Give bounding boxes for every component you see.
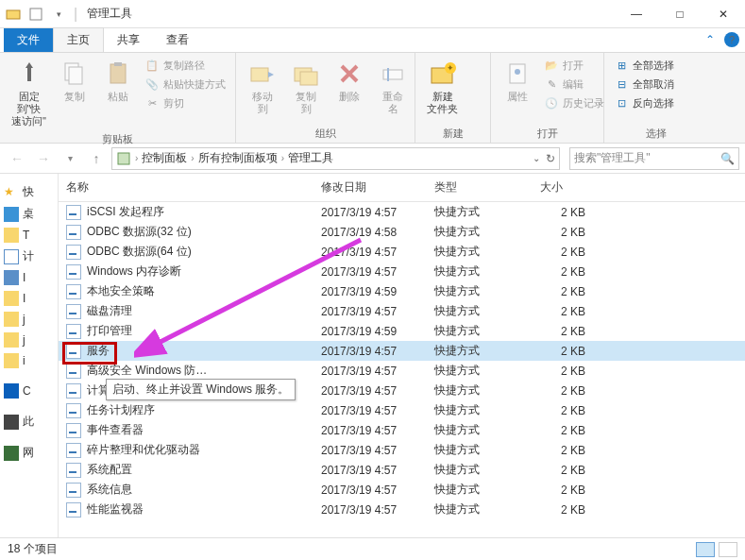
file-size: 2 KB	[533, 365, 608, 378]
up-button[interactable]: ↑	[85, 147, 108, 170]
file-list[interactable]: 名称 修改日期 类型 大小 iSCSI 发起程序2017/3/19 4:57快捷…	[59, 174, 745, 537]
pin-button[interactable]: 固定到"快 速访问"	[8, 57, 50, 130]
column-headers[interactable]: 名称 修改日期 类型 大小	[59, 174, 745, 202]
file-date: 2017/3/19 4:57	[313, 305, 427, 318]
file-date: 2017/3/19 4:57	[313, 265, 427, 279]
table-row[interactable]: iSCSI 发起程序2017/3/19 4:57快捷方式2 KB	[59, 202, 745, 222]
newfolder-button[interactable]: ✦ 新建 文件夹	[423, 57, 462, 117]
file-date: 2017/3/19 4:59	[313, 325, 427, 338]
nav-onedrive[interactable]: C	[0, 381, 58, 401]
file-date: 2017/3/19 4:57	[313, 246, 427, 259]
col-name[interactable]: 名称	[59, 174, 313, 201]
breadcrumb[interactable]: › 控制面板 › 所有控制面板项 › 管理工具 ⌄ ↻	[111, 147, 560, 170]
table-row[interactable]: ODBC 数据源(32 位)2017/3/19 4:58快捷方式2 KB	[59, 222, 745, 242]
back-button[interactable]: ←	[6, 147, 28, 170]
nav-music[interactable]: I	[0, 288, 58, 309]
nav-documents[interactable]: 计	[0, 246, 58, 267]
nav-quick-access[interactable]: ★快	[0, 181, 58, 203]
copypath-button[interactable]: 📋复制路径	[143, 57, 228, 74]
nav-this-pc[interactable]: 此	[0, 411, 58, 433]
file-name: 事件查看器	[87, 422, 144, 438]
cut-button[interactable]: ✂剪切	[143, 94, 228, 111]
svg-rect-1	[30, 8, 42, 20]
nav-downloads[interactable]: I	[0, 267, 58, 288]
tab-view[interactable]: 查看	[153, 28, 202, 52]
history-button[interactable]: 🕓历史记录	[542, 94, 606, 111]
recent-dropdown[interactable]: ▾	[59, 147, 81, 170]
forward-button[interactable]: →	[32, 147, 55, 170]
table-row[interactable]: 系统配置2017/3/19 4:57快捷方式2 KB	[59, 460, 745, 480]
properties-button[interactable]: 属性	[499, 57, 536, 105]
selectnone-button[interactable]: ⊟全部取消	[612, 76, 676, 93]
qat-dropdown-icon[interactable]: ▾	[51, 7, 66, 22]
col-size[interactable]: 大小	[533, 174, 608, 201]
table-row[interactable]: 打印管理2017/3/19 4:59快捷方式2 KB	[59, 321, 745, 341]
table-row[interactable]: Windows 内存诊断2017/3/19 4:57快捷方式2 KB	[59, 262, 745, 281]
nav-bar: ← → ▾ ↑ › 控制面板 › 所有控制面板项 › 管理工具 ⌄ ↻ 搜索"管…	[0, 144, 745, 174]
file-type: 快捷方式	[427, 283, 533, 299]
ribbon-tabs: 文件 主页 共享 查看 ⌃ ?	[0, 28, 745, 53]
search-icon[interactable]: 🔍	[720, 152, 735, 165]
edit-button[interactable]: ✎编辑	[542, 76, 606, 93]
search-input[interactable]: 搜索"管理工具" 🔍	[569, 147, 739, 170]
table-row[interactable]: 服务2017/3/19 4:57快捷方式2 KB	[59, 341, 745, 361]
open-button[interactable]: 📂打开	[542, 57, 606, 74]
file-size: 2 KB	[533, 464, 608, 477]
file-date: 2017/3/19 4:57	[313, 444, 427, 457]
shortcut-icon	[66, 284, 81, 299]
svg-rect-16	[118, 153, 129, 164]
copyto-button[interactable]: 复制到	[287, 57, 325, 117]
nav-folder[interactable]: j	[0, 309, 58, 330]
shortcut-icon	[66, 324, 81, 339]
file-size: 2 KB	[533, 503, 608, 517]
table-row[interactable]: 任务计划程序2017/3/19 4:57快捷方式2 KB	[59, 400, 745, 420]
refresh-icon[interactable]: ↻	[546, 152, 555, 165]
nav-item[interactable]: T	[0, 225, 58, 246]
shortcut-icon	[66, 225, 81, 240]
tab-share[interactable]: 共享	[104, 28, 153, 52]
file-size: 2 KB	[533, 484, 608, 497]
pasteshortcut-button[interactable]: 📎粘贴快捷方式	[143, 76, 228, 93]
title-bar: ▾ | 管理工具 — □ ✕	[0, 0, 745, 28]
file-date: 2017/3/19 4:57	[313, 464, 427, 477]
nav-network[interactable]: 网	[0, 442, 58, 464]
shortcut-icon	[66, 264, 81, 280]
minimize-button[interactable]: —	[615, 0, 658, 28]
maximize-button[interactable]: □	[658, 0, 702, 28]
nav-links[interactable]: i	[0, 350, 58, 371]
table-row[interactable]: 碎片整理和优化驱动器2017/3/19 4:57快捷方式2 KB	[59, 440, 745, 460]
nav-folder[interactable]: j	[0, 330, 58, 350]
table-row[interactable]: 本地安全策略2017/3/19 4:59快捷方式2 KB	[59, 281, 745, 301]
view-details-button[interactable]	[696, 542, 715, 557]
tab-file[interactable]: 文件	[4, 28, 53, 52]
moveto-button[interactable]: 移动到	[244, 57, 281, 117]
table-row[interactable]: 高级安全 Windows 防…2017/3/19 4:57快捷方式2 KB	[59, 361, 745, 381]
invert-button[interactable]: ⊡反向选择	[612, 94, 676, 111]
shortcut-icon	[66, 483, 81, 498]
svg-rect-6	[251, 68, 268, 81]
table-row[interactable]: 性能监视器2017/3/19 4:57快捷方式2 KB	[59, 500, 745, 519]
svg-text:✦: ✦	[447, 63, 454, 73]
selectall-button[interactable]: ⊞全部选择	[612, 57, 676, 74]
delete-button[interactable]: 删除	[330, 57, 368, 105]
col-type[interactable]: 类型	[427, 174, 533, 201]
shortcut-icon	[66, 403, 81, 418]
copy-button[interactable]: 复制	[56, 57, 93, 105]
file-type: 快捷方式	[427, 442, 533, 458]
col-date[interactable]: 修改日期	[313, 174, 427, 201]
nav-desktop[interactable]: 桌	[0, 203, 58, 225]
ribbon-collapse-icon[interactable]: ⌃	[705, 33, 715, 46]
view-icons-button[interactable]	[719, 542, 737, 557]
rename-button[interactable]: 重命名	[374, 57, 412, 117]
table-row[interactable]: 事件查看器2017/3/19 4:57快捷方式2 KB	[59, 420, 745, 440]
nav-pane[interactable]: ★快 桌 T 计 I I j j i C 此 网	[0, 174, 59, 537]
paste-button[interactable]: 粘贴	[99, 57, 137, 105]
table-row[interactable]: 磁盘清理2017/3/19 4:57快捷方式2 KB	[59, 301, 745, 321]
close-button[interactable]: ✕	[702, 0, 745, 28]
file-name: 服务	[87, 343, 110, 359]
tab-home[interactable]: 主页	[53, 27, 104, 52]
file-name: ODBC 数据源(32 位)	[87, 224, 192, 240]
table-row[interactable]: 系统信息2017/3/19 4:57快捷方式2 KB	[59, 480, 745, 500]
table-row[interactable]: ODBC 数据源(64 位)2017/3/19 4:57快捷方式2 KB	[59, 242, 745, 262]
help-icon[interactable]: ?	[724, 32, 739, 47]
